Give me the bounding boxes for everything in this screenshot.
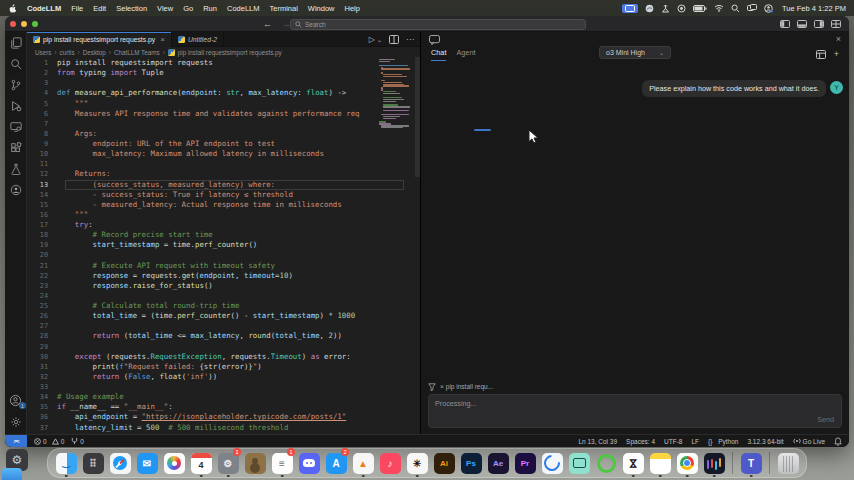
back-icon[interactable]: ← bbox=[263, 19, 272, 29]
code-line-8[interactable]: 8 Args: bbox=[27, 129, 404, 139]
code-line-11[interactable]: 11 bbox=[27, 159, 404, 169]
apple-menu-icon[interactable] bbox=[8, 3, 17, 13]
code-line-23[interactable]: 23 response.raise_for_status() bbox=[27, 281, 404, 291]
dock-discord-icon[interactable] bbox=[298, 450, 320, 476]
code-line-35[interactable]: 35if __name__ == "__main__": bbox=[27, 402, 404, 412]
code-line-24[interactable]: 24 bbox=[27, 291, 404, 301]
code-line-13[interactable]: 13 (success_status, measured_latency) wh… bbox=[27, 180, 404, 190]
tab-untitled-2[interactable]: Untitled-2 bbox=[172, 32, 224, 47]
dock-vlc-icon[interactable]: ▲ bbox=[352, 450, 374, 476]
code-line-34[interactable]: 34# Usage example bbox=[27, 392, 404, 402]
extensions-icon[interactable] bbox=[10, 142, 22, 154]
code-line-37[interactable]: 37 latency_limit = 500 # 500 millisecond… bbox=[27, 423, 404, 433]
problems-indicator[interactable]: 0 0 bbox=[34, 438, 64, 445]
menu-window[interactable]: Window bbox=[308, 4, 335, 13]
python-version[interactable]: 3.12.3 64-bit bbox=[747, 438, 783, 445]
notifications-bell-icon[interactable] bbox=[834, 437, 842, 446]
run-dropdown-icon[interactable]: ⌄ bbox=[377, 36, 382, 43]
search-icon[interactable] bbox=[10, 58, 22, 70]
command-search-box[interactable]: Search bbox=[290, 19, 586, 30]
dock-screen-recorder-icon[interactable] bbox=[568, 450, 590, 476]
dock-chrome-icon[interactable] bbox=[676, 450, 698, 476]
breadcrumb-item[interactable]: curtis bbox=[60, 49, 75, 56]
dock-mail-icon[interactable]: ✉ bbox=[136, 450, 158, 476]
breadcrumb-item[interactable]: ChatLLM Teams bbox=[114, 49, 160, 56]
dock-premiere-icon[interactable]: Pr bbox=[514, 450, 536, 476]
menu-run[interactable]: Run bbox=[203, 4, 217, 13]
screen-mirroring-icon[interactable] bbox=[622, 4, 638, 13]
code-line-2[interactable]: 2from typing import Tuple bbox=[27, 68, 404, 78]
dock-appstore-icon[interactable]: A2 bbox=[325, 450, 347, 476]
toggle-panel-icon[interactable] bbox=[797, 20, 807, 28]
floating-blue-app-icon[interactable] bbox=[2, 468, 22, 480]
dock-calendar-icon[interactable]: 4 bbox=[190, 450, 212, 476]
upload-status-icon[interactable] bbox=[661, 4, 670, 13]
tab-pip-install-requests[interactable]: pip install requestsimport requests.py × bbox=[27, 32, 172, 47]
code-line-33[interactable]: 33 bbox=[27, 382, 404, 392]
menu-clock[interactable]: Tue Feb 4 1:22 PM bbox=[782, 4, 846, 13]
code-line-16[interactable]: 16 """ bbox=[27, 210, 404, 220]
menu-edit[interactable]: Edit bbox=[93, 4, 106, 13]
indentation[interactable]: Spaces: 4 bbox=[626, 438, 655, 445]
code-line-26[interactable]: 26 total_time = (time.perf_counter() - s… bbox=[27, 311, 404, 321]
menu-go[interactable]: Go bbox=[183, 4, 193, 13]
close-tab-icon[interactable]: × bbox=[160, 35, 165, 44]
dock-chatgpt-icon[interactable]: ✳ bbox=[406, 450, 428, 476]
dock-notes-icon[interactable] bbox=[649, 450, 671, 476]
dock-music-icon[interactable]: ♪ bbox=[379, 450, 401, 476]
fork-indicator[interactable]: 0 bbox=[71, 437, 84, 445]
accounts-icon[interactable]: 1 bbox=[9, 394, 22, 407]
dock-teams-icon[interactable]: T bbox=[740, 450, 762, 476]
zoom-window-button[interactable] bbox=[32, 21, 38, 27]
code-line-9[interactable]: 9 endpoint: URL of the API endpoint to t… bbox=[27, 139, 404, 149]
spotlight-search-icon[interactable] bbox=[731, 4, 740, 13]
code-line-14[interactable]: 14 - success_status: True if latency ≤ t… bbox=[27, 190, 404, 200]
code-line-21[interactable]: 21 # Execute API request with timeout sa… bbox=[27, 261, 404, 271]
dock-safari-icon[interactable] bbox=[109, 450, 131, 476]
close-panel-icon[interactable]: × bbox=[836, 35, 841, 44]
dock-illustrator-icon[interactable]: Ai bbox=[433, 450, 455, 476]
code-line-17[interactable]: 17 try: bbox=[27, 220, 404, 230]
code-line-30[interactable]: 30 except (requests.RequestException, re… bbox=[27, 352, 404, 362]
battery-icon[interactable] bbox=[693, 5, 707, 12]
minimap[interactable] bbox=[379, 59, 413, 129]
toggle-secondary-sidebar-icon[interactable] bbox=[814, 20, 824, 28]
new-chat-icon[interactable]: + bbox=[834, 49, 839, 59]
dock-reminders-icon[interactable]: ≡1 bbox=[271, 450, 293, 476]
code-line-29[interactable]: 29 bbox=[27, 342, 404, 352]
minimize-window-button[interactable] bbox=[21, 21, 27, 27]
code-line-15[interactable]: 15 - measured_latency: Actual response t… bbox=[27, 200, 404, 210]
menu-codellm[interactable]: CodeLLM bbox=[227, 4, 260, 13]
dock-launchpad-icon[interactable]: ⠿ bbox=[82, 450, 104, 476]
toggle-sidebar-icon[interactable] bbox=[780, 20, 790, 28]
dock-trash-icon[interactable] bbox=[777, 450, 799, 476]
run-debug-icon[interactable] bbox=[10, 100, 22, 112]
dock-green-ring-app-icon[interactable] bbox=[595, 450, 617, 476]
code-line-5[interactable]: 5 """ bbox=[27, 99, 404, 109]
code-line-12[interactable]: 12 Returns: bbox=[27, 169, 404, 179]
app-status-icon[interactable] bbox=[645, 4, 654, 13]
settings-gear-icon[interactable] bbox=[10, 416, 22, 428]
code-line-1[interactable]: 1pip install requestsimport requests bbox=[27, 58, 404, 68]
record-icon[interactable] bbox=[677, 4, 686, 13]
dock-contacts-icon[interactable] bbox=[244, 450, 266, 476]
menu-file[interactable]: File bbox=[71, 4, 83, 13]
remote-explorer-icon[interactable] bbox=[10, 121, 22, 133]
run-file-button[interactable]: ▷ bbox=[369, 35, 375, 44]
code-line-6[interactable]: 6 Measures API response time and validat… bbox=[27, 109, 404, 119]
code-line-32[interactable]: 32 return (False, float('inf')) bbox=[27, 372, 404, 382]
code-line-31[interactable]: 31 print(f"Request failed: {str(error)}"… bbox=[27, 362, 404, 372]
dock-settings-icon[interactable]: ⚙1 bbox=[217, 450, 239, 476]
eol-sequence[interactable]: LF bbox=[691, 438, 699, 445]
menu-view[interactable]: View bbox=[157, 4, 173, 13]
breadcrumb-item[interactable]: Desktop bbox=[83, 49, 106, 56]
wifi-icon[interactable] bbox=[714, 4, 724, 12]
code-line-4[interactable]: 4def measure_api_performance(endpoint: s… bbox=[27, 88, 404, 98]
dock-capcut-icon[interactable]: ⋈ bbox=[622, 450, 644, 476]
split-editor-icon[interactable] bbox=[389, 35, 399, 44]
menu-terminal[interactable]: Terminal bbox=[270, 4, 298, 13]
close-window-button[interactable] bbox=[10, 21, 16, 27]
chat-assistant-icon[interactable] bbox=[10, 184, 22, 196]
chat-input-box[interactable]: Processing... Send bbox=[428, 394, 842, 428]
customize-layout-icon[interactable] bbox=[831, 20, 841, 28]
